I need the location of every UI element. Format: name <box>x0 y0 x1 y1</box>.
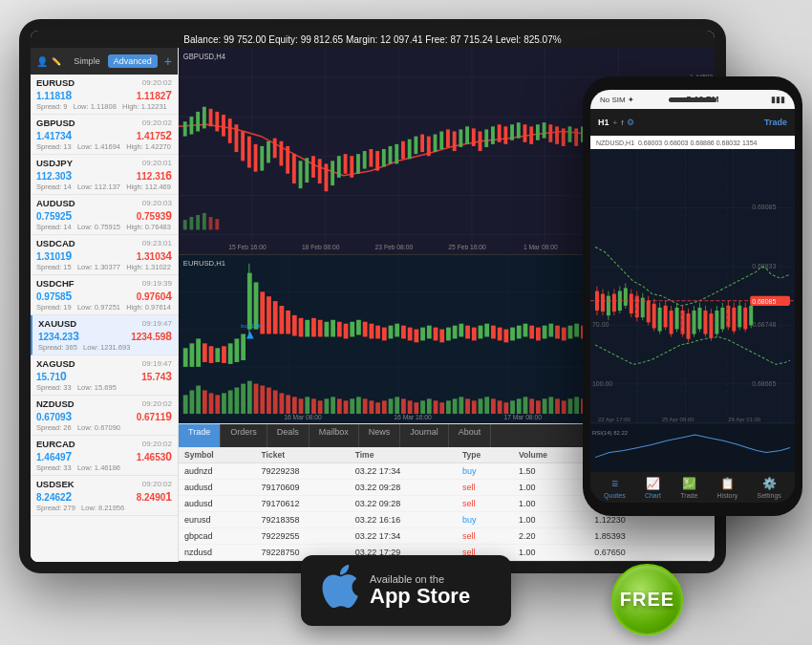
sidebar-tab-simple[interactable]: Simple <box>68 54 106 68</box>
appstore-badge[interactable]: Available on the App Store <box>301 555 511 626</box>
phone-chart-area[interactable]: 0.69085 0.68833 0.68748 0.68665 0.68580 … <box>590 149 795 472</box>
phone-battery: ▮▮▮ <box>771 95 785 104</box>
svg-rect-240 <box>414 402 418 414</box>
svg-rect-230 <box>350 398 354 414</box>
svg-rect-242 <box>427 398 432 414</box>
svg-rect-173 <box>484 324 489 337</box>
svg-rect-239 <box>408 400 413 414</box>
sidebar-tab-advanced[interactable]: Advanced <box>108 54 158 68</box>
svg-rect-28 <box>286 146 289 174</box>
svg-rect-66 <box>529 126 533 144</box>
list-item[interactable]: USDCAD 09:23:01 1.31019 1.31034 Spread: … <box>31 235 178 275</box>
svg-rect-54 <box>453 131 457 151</box>
svg-rect-143 <box>292 315 297 336</box>
free-text: FREE <box>620 589 674 611</box>
svg-rect-106 <box>190 217 194 229</box>
svg-rect-232 <box>363 398 368 414</box>
list-item[interactable]: USDSEK 09:20:02 8.24622 8.24901 Spread: … <box>31 476 178 516</box>
svg-text:1 Mar 08:00: 1 Mar 08:00 <box>524 244 558 250</box>
svg-rect-234 <box>375 402 380 414</box>
list-item[interactable]: AUDUSD 09:20:03 0.75925 0.75939 Spread: … <box>31 195 178 235</box>
svg-rect-216 <box>260 386 265 414</box>
col-volume: Volume <box>513 447 588 463</box>
list-item[interactable]: XAUUSD 09:19:47 1234.233 1234.598 Spread… <box>31 315 178 355</box>
svg-rect-46 <box>401 141 405 160</box>
svg-rect-107 <box>196 215 200 229</box>
svg-rect-174 <box>491 326 496 339</box>
phone-indicator-icon: ⚙ <box>627 118 634 127</box>
col-type: Type <box>457 447 513 463</box>
table-row[interactable]: gbpcad7922925503.22 17:34sell2.201.85393 <box>179 528 715 545</box>
svg-rect-62 <box>503 126 507 144</box>
svg-rect-177 <box>510 328 515 341</box>
tablet-status-bar: Balance: 99 752.00 Equity: 99 812.65 Mar… <box>31 31 715 48</box>
svg-rect-181 <box>536 328 541 341</box>
nav-item-quotes[interactable]: ≡ Quotes <box>604 477 626 499</box>
svg-rect-231 <box>356 397 361 414</box>
svg-rect-108 <box>203 213 206 229</box>
chart-icon: 📈 <box>646 477 660 490</box>
svg-rect-60 <box>491 126 495 144</box>
sidebar-tab-group: Simple Advanced <box>68 54 158 68</box>
phone-trade-button[interactable]: Trade <box>764 118 787 127</box>
svg-text:0.68085: 0.68085 <box>752 298 776 305</box>
list-item[interactable]: USDCHF 09:19:39 0.97585 0.97604 Spread: … <box>31 275 178 315</box>
svg-rect-134 <box>241 334 246 361</box>
tab-about[interactable]: About <box>449 424 492 447</box>
svg-rect-163 <box>420 328 425 341</box>
svg-rect-38 <box>350 156 353 178</box>
svg-rect-131 <box>222 346 226 363</box>
tab-deals[interactable]: Deals <box>267 424 310 447</box>
svg-rect-32 <box>311 156 315 178</box>
svg-rect-167 <box>446 328 451 341</box>
list-item[interactable]: XAGUSD 09:19:47 15.710 15.743 Spread: 33 <box>31 355 178 396</box>
svg-text:0.68665: 0.68665 <box>752 380 776 387</box>
phone-carrier: No SIM ✦ <box>600 96 634 104</box>
svg-rect-110 <box>215 219 219 229</box>
tab-trade[interactable]: Trade <box>179 424 221 447</box>
svg-rect-129 <box>209 346 214 363</box>
nav-item-history[interactable]: 📋 History <box>717 477 738 499</box>
svg-rect-217 <box>267 388 271 415</box>
list-item[interactable]: USDJPY 09:20:01 112.303 112.316 Spread: … <box>31 155 178 195</box>
svg-rect-208 <box>209 394 214 415</box>
svg-rect-229 <box>344 400 349 414</box>
tab-mailbox[interactable]: Mailbox <box>310 424 359 447</box>
svg-text:17 Mar 08:00: 17 Mar 08:00 <box>503 414 542 420</box>
svg-rect-205 <box>190 391 195 415</box>
nav-item-chart[interactable]: 📈 Chart <box>645 477 661 499</box>
svg-rect-218 <box>273 391 278 415</box>
svg-text:EURUSD,H1: EURUSD,H1 <box>183 259 225 268</box>
nav-item-settings[interactable]: ⚙️ Settings <box>758 477 781 499</box>
svg-text:25 Feb 16:00: 25 Feb 16:00 <box>448 244 486 250</box>
svg-rect-147 <box>318 320 323 337</box>
nav-item-trade[interactable]: 💹 Trade <box>680 477 697 499</box>
svg-rect-169 <box>459 324 463 337</box>
svg-rect-157 <box>382 328 387 341</box>
svg-rect-222 <box>299 398 304 414</box>
list-item[interactable]: NZDUSD 09:20:02 0.67093 0.67119 Spread: … <box>31 396 178 436</box>
svg-rect-171 <box>472 328 477 341</box>
list-item[interactable]: EURUSD 09:20:02 1.11818 1.11827 Spread: … <box>31 75 178 115</box>
scene: Balance: 99 752.00 Equity: 99 812.65 Mar… <box>0 0 812 645</box>
svg-rect-170 <box>465 326 470 339</box>
svg-rect-258 <box>529 398 534 414</box>
svg-rect-56 <box>465 126 469 144</box>
svg-rect-17 <box>215 112 219 132</box>
svg-rect-71 <box>562 128 566 146</box>
list-item[interactable]: EURCAD 09:20:02 1.46497 1.46530 Spread: … <box>31 436 178 476</box>
svg-text:16 Mar 16:00: 16 Mar 16:00 <box>394 414 432 420</box>
svg-rect-151 <box>344 324 349 339</box>
svg-rect-51 <box>434 135 438 153</box>
list-item[interactable]: GBPUSD 09:20:02 1.41734 1.41752 Spread: … <box>31 115 178 155</box>
svg-rect-213 <box>241 384 246 414</box>
sidebar-add-button[interactable]: + <box>164 54 172 69</box>
svg-rect-135 <box>247 273 252 330</box>
svg-rect-44 <box>389 146 393 164</box>
tablet-time: Balance: 99 752.00 Equity: 99 812.65 Mar… <box>183 34 561 45</box>
col-ticket: Ticket <box>256 447 350 463</box>
tab-news[interactable]: News <box>359 424 401 447</box>
tab-journal[interactable]: Journal <box>400 424 449 447</box>
tab-orders[interactable]: Orders <box>221 424 267 447</box>
svg-rect-227 <box>331 397 335 414</box>
